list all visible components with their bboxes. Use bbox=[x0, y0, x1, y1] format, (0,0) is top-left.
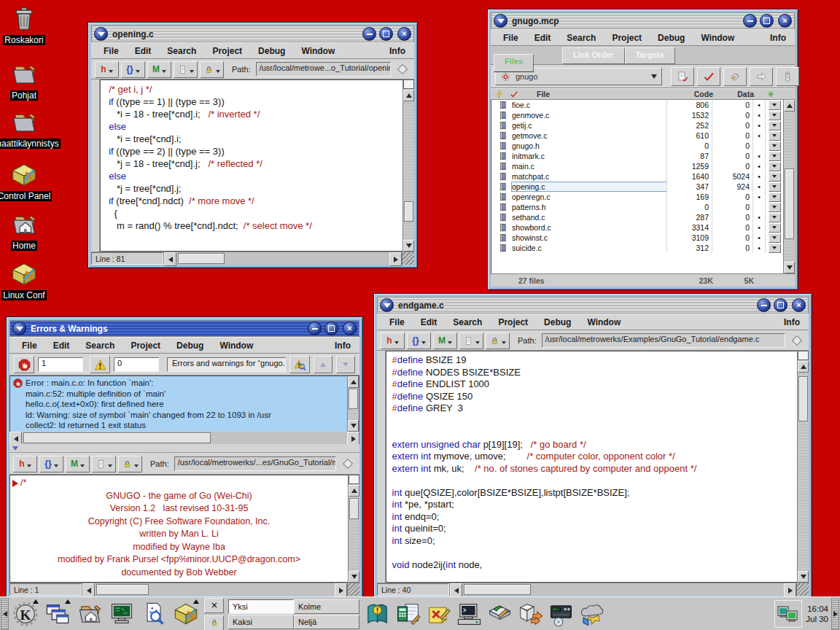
maximize-button[interactable] bbox=[379, 27, 393, 41]
row-popup-button[interactable] bbox=[769, 244, 781, 253]
tray-applet[interactable] bbox=[774, 600, 802, 628]
error-line[interactable]: Error : main.c.o: In function `main': bbox=[13, 378, 347, 389]
scroll-left-button[interactable] bbox=[164, 252, 176, 266]
row-popup-button[interactable] bbox=[769, 131, 781, 141]
file-popup-button[interactable] bbox=[92, 456, 116, 472]
scroll-left-button[interactable] bbox=[450, 583, 462, 597]
pane-splitter[interactable] bbox=[349, 475, 359, 484]
file-name[interactable]: openregn.c bbox=[512, 192, 666, 201]
note-launcher[interactable] bbox=[423, 599, 454, 629]
table-row[interactable]: getmove.c6100• bbox=[491, 131, 783, 141]
errors-filter-button[interactable] bbox=[14, 356, 34, 373]
pane-splitter[interactable] bbox=[798, 351, 809, 360]
bolt-icon[interactable] bbox=[494, 90, 505, 98]
tab-link-order[interactable]: Link Order bbox=[562, 47, 625, 64]
path-field[interactable]: /usr/local/metrowerks/...es/GnuGo_Tutori… bbox=[174, 456, 336, 471]
window-menu-button[interactable] bbox=[380, 298, 394, 312]
minimize-button[interactable] bbox=[362, 27, 376, 41]
stereo-launcher[interactable] bbox=[545, 599, 576, 629]
row-popup-button[interactable] bbox=[769, 121, 781, 131]
table-row[interactable]: showinst.c31090• bbox=[491, 233, 783, 243]
maximize-button[interactable] bbox=[760, 14, 774, 28]
scroll-down-button[interactable] bbox=[798, 571, 809, 583]
lock-button[interactable] bbox=[486, 332, 510, 349]
calc-note-launcher[interactable] bbox=[392, 599, 423, 629]
pager-desktop-neljä[interactable]: Neljä bbox=[294, 615, 359, 629]
table-row[interactable]: openregn.c1690• bbox=[491, 192, 783, 202]
table-row[interactable]: showbord.c33140• bbox=[491, 222, 783, 233]
toolbox-launcher[interactable] bbox=[170, 599, 202, 629]
scroll-thumb[interactable] bbox=[349, 498, 359, 519]
scroll-up-button[interactable] bbox=[349, 485, 359, 497]
red-check-button[interactable] bbox=[697, 67, 720, 86]
mail-launcher[interactable] bbox=[515, 599, 545, 629]
error-line[interactable]: main.c:52: multiple definition of `main' bbox=[13, 389, 347, 400]
menu-edit[interactable]: Edit bbox=[526, 31, 559, 44]
close-button[interactable]: × bbox=[343, 322, 357, 335]
scroll-left-button[interactable] bbox=[82, 583, 95, 597]
row-popup-button[interactable] bbox=[769, 141, 781, 151]
menu-info[interactable]: Info bbox=[762, 31, 790, 44]
find-files-launcher[interactable] bbox=[138, 599, 170, 629]
scroll-thumb[interactable] bbox=[96, 584, 149, 595]
titlebar[interactable]: gnugo.mcp × bbox=[491, 12, 795, 29]
close-button[interactable]: × bbox=[792, 298, 806, 312]
minimize-button[interactable] bbox=[743, 14, 757, 28]
panel-clock[interactable]: 16:04 Jul 30 bbox=[806, 604, 828, 624]
scroll-right-button[interactable] bbox=[389, 252, 402, 266]
row-popup-button[interactable] bbox=[769, 223, 781, 233]
code-editor[interactable]: /* get i, j */ if ((type == 1) || (type … bbox=[100, 79, 402, 252]
tab-files[interactable]: Files bbox=[494, 54, 534, 72]
h-popup-button[interactable]: h bbox=[13, 456, 37, 472]
next-message-button[interactable] bbox=[336, 356, 355, 373]
file-popup-button[interactable] bbox=[459, 332, 483, 349]
menu-edit[interactable]: Edit bbox=[45, 339, 78, 352]
edit-pad-launcher[interactable] bbox=[484, 599, 515, 629]
vertical-scrollbar[interactable] bbox=[783, 100, 795, 273]
titlebar[interactable]: opening.c × bbox=[91, 26, 414, 42]
braces-popup-button[interactable]: {} bbox=[121, 61, 145, 78]
menu-info[interactable]: Info bbox=[776, 316, 804, 329]
minimize-button[interactable] bbox=[308, 322, 322, 335]
path-field[interactable]: /usr/local/metrowe...o_Tutorial/opening.… bbox=[256, 62, 391, 77]
file-name[interactable]: main.c bbox=[512, 162, 666, 171]
braces-popup-button[interactable]: {} bbox=[407, 332, 431, 349]
menu-file[interactable]: File bbox=[96, 44, 127, 58]
resize-grip[interactable] bbox=[796, 583, 809, 596]
pager-desktop-kaksi[interactable]: Kaksi bbox=[228, 615, 294, 629]
desktop-icon-control-panel[interactable]: Control Panel bbox=[0, 160, 55, 201]
row-popup-button[interactable] bbox=[769, 162, 781, 171]
table-row[interactable]: gnugo.h00 bbox=[491, 141, 783, 151]
scroll-thumb[interactable] bbox=[178, 253, 225, 264]
debug-column-icon[interactable] bbox=[766, 90, 776, 98]
file-name[interactable]: patterns.h bbox=[512, 203, 666, 211]
close-button[interactable]: × bbox=[397, 27, 411, 41]
tab-targets[interactable]: Targets bbox=[625, 47, 675, 64]
terminal-launcher[interactable] bbox=[454, 599, 484, 629]
check-column-icon[interactable] bbox=[509, 90, 519, 98]
desktop-icon-omaattik-ynnistys[interactable]: omaattikäynnistys bbox=[0, 108, 55, 149]
vertical-scrollbar[interactable] bbox=[797, 351, 809, 583]
window-menu-button[interactable] bbox=[494, 14, 508, 28]
code-editor[interactable]: #define BSIZE 19 #define NODES BSIZE*BSI… bbox=[386, 351, 797, 583]
file-name[interactable]: showbord.c bbox=[512, 223, 666, 232]
column-file[interactable]: File bbox=[519, 90, 671, 98]
make-button[interactable] bbox=[723, 67, 747, 86]
m-popup-button[interactable]: M bbox=[147, 61, 171, 78]
file-name[interactable]: gnugo.h bbox=[512, 141, 666, 150]
menu-edit[interactable]: Edit bbox=[127, 44, 160, 58]
vertical-scrollbar[interactable] bbox=[348, 475, 359, 583]
scroll-thumb[interactable] bbox=[785, 168, 794, 239]
horizontal-scrollbar[interactable] bbox=[163, 252, 402, 265]
code-editor[interactable]: /*GNUGO - the game of Go (Wei-Chi)Versio… bbox=[9, 475, 348, 583]
file-name[interactable]: sethand.c bbox=[512, 213, 666, 222]
table-row[interactable]: genmove.c15320• bbox=[491, 110, 783, 120]
menu-file[interactable]: File bbox=[495, 31, 526, 44]
menu-debug[interactable]: Debug bbox=[536, 316, 579, 329]
scroll-down-button[interactable] bbox=[403, 240, 414, 252]
table-row[interactable]: getij.c2520• bbox=[491, 120, 783, 131]
lock-button[interactable] bbox=[118, 456, 142, 472]
file-name[interactable]: getmove.c bbox=[512, 131, 666, 140]
row-popup-button[interactable] bbox=[769, 152, 781, 161]
table-row[interactable]: main.c12590• bbox=[491, 161, 783, 171]
